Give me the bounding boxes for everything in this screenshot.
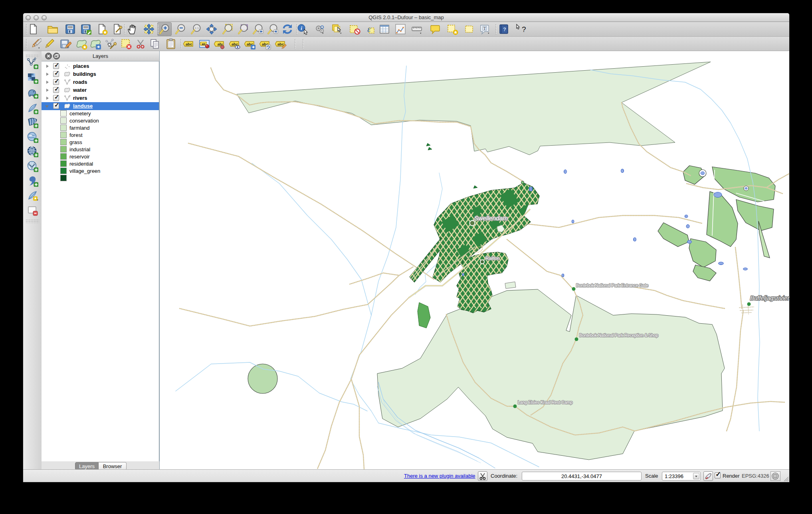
svg-text:1:1: 1:1 bbox=[195, 26, 199, 30]
svg-text:Railton: Railton bbox=[485, 256, 500, 261]
svg-text:i: i bbox=[301, 25, 302, 31]
svg-text:Buffeljagsrivier: Buffeljagsrivier bbox=[750, 295, 790, 301]
svg-text:abc: abc bbox=[277, 42, 284, 46]
svg-text:Bontebok National Park Recepti: Bontebok National Park Reception & Shop bbox=[579, 333, 658, 338]
svg-text:ab: ab bbox=[202, 42, 205, 46]
svg-text:?: ? bbox=[522, 25, 526, 34]
svg-text:?: ? bbox=[503, 26, 506, 32]
svg-text:T: T bbox=[483, 26, 486, 31]
svg-text:Lang Elsies Kraal Rest Camp: Lang Elsies Kraal Rest Camp bbox=[518, 400, 572, 405]
svg-text:Bontebok National Park Entranc: Bontebok National Park Entrance Gate bbox=[576, 283, 648, 288]
svg-text:Swellendam: Swellendam bbox=[474, 215, 508, 221]
svg-text:abc: abc bbox=[186, 42, 192, 46]
svg-text:ε: ε bbox=[367, 24, 371, 34]
